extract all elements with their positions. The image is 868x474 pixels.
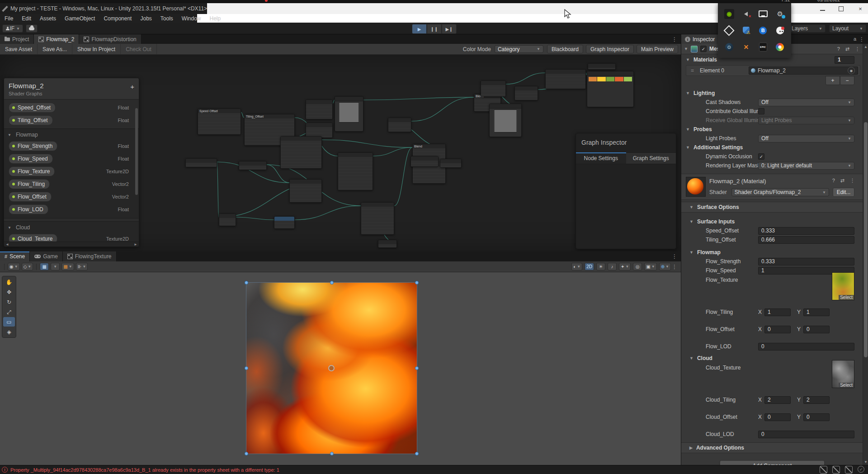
rect-tool-icon[interactable]: ▭ bbox=[3, 317, 15, 327]
epic-games-tray-icon[interactable]: EPIC bbox=[759, 43, 767, 52]
selection-handle[interactable] bbox=[245, 281, 248, 284]
discord-tray-icon[interactable] bbox=[776, 27, 784, 34]
menu-item-file[interactable]: File bbox=[5, 15, 13, 22]
inspector-scrollbar[interactable]: ▲ ▼ bbox=[863, 44, 868, 465]
help-icon[interactable]: ? bbox=[837, 46, 840, 52]
scene-canvas[interactable]: ✋ ✥ ↻ ⤢ ▭ ◈ bbox=[0, 272, 681, 465]
object-picker-icon[interactable]: ◉ bbox=[848, 67, 855, 74]
foldout-arrow-icon[interactable]: ▼ bbox=[8, 133, 11, 137]
speed-offset-field[interactable]: 0.333 bbox=[758, 227, 854, 235]
drag-handle-icon[interactable]: = bbox=[691, 67, 693, 74]
snap-grid-button[interactable]: ▩▼ bbox=[61, 263, 74, 270]
transform-tool-icon[interactable]: ◈ bbox=[3, 327, 15, 337]
cloud-texture-thumbnail[interactable]: Select bbox=[832, 360, 854, 388]
flow-offset-y-field[interactable]: 0 bbox=[803, 326, 830, 333]
graph-node[interactable] bbox=[587, 71, 634, 107]
camera-view-button[interactable]: ◐▼ bbox=[571, 263, 582, 270]
cloud-lod-field[interactable]: 0 bbox=[758, 431, 854, 438]
component-camera-button[interactable]: ▣▼ bbox=[644, 263, 656, 270]
graph-inspector-toggle[interactable]: Graph Inspector bbox=[586, 45, 634, 53]
account-button[interactable]: IF ▼ bbox=[2, 24, 23, 33]
graph-node[interactable] bbox=[378, 240, 397, 248]
mute-debug-icon[interactable] bbox=[820, 466, 827, 474]
blackboard-scrollbar[interactable] bbox=[135, 108, 138, 195]
cloud-tiling-y-field[interactable]: 2 bbox=[803, 396, 830, 404]
graph-node[interactable] bbox=[280, 136, 322, 169]
graph-node[interactable] bbox=[514, 86, 538, 100]
collapse-toggle-icon[interactable]: ✓ bbox=[858, 466, 864, 473]
menu-item-tools[interactable]: Tools bbox=[160, 15, 173, 22]
save-asset-button[interactable]: Save Asset bbox=[0, 44, 38, 54]
flow-tiling-x-field[interactable]: 1 bbox=[764, 308, 791, 316]
cloud-offset-x-field[interactable]: 0 bbox=[764, 413, 791, 421]
graph-node[interactable] bbox=[239, 161, 267, 170]
property-pill-flow_speed[interactable]: Flow_Speed bbox=[9, 154, 53, 164]
tab-inspector[interactable]: i Inspector bbox=[681, 34, 720, 44]
visibility-toggle-button[interactable]: ◎ bbox=[633, 263, 642, 270]
lighting-toggle-button[interactable]: ☀ bbox=[596, 263, 605, 270]
graph-node[interactable] bbox=[361, 202, 394, 235]
cloud-button[interactable] bbox=[26, 24, 38, 33]
2d-toggle-button[interactable]: 2D bbox=[585, 263, 594, 270]
help-icon[interactable]: ? bbox=[832, 178, 835, 184]
tab-flowmap_2[interactable]: Flowmap_2 bbox=[34, 34, 79, 44]
lock-icon[interactable]: a bbox=[854, 36, 856, 42]
save-as--button[interactable]: Save As... bbox=[38, 44, 72, 54]
light-probes-dropdown[interactable]: Off▼ bbox=[758, 135, 854, 142]
pause-button[interactable]: ❙❙ bbox=[427, 24, 442, 34]
nvidia-tray-icon[interactable]: ◉ bbox=[724, 9, 734, 19]
kebab-menu-icon[interactable]: ⋮ bbox=[672, 264, 677, 270]
flowmap-foldout[interactable]: ▼Flowmap bbox=[685, 248, 863, 257]
graph-node[interactable] bbox=[489, 104, 522, 137]
orange-x-tray-icon[interactable]: ✕ bbox=[741, 42, 751, 52]
property-pill-flow_strength[interactable]: Flow_Strength bbox=[9, 141, 57, 151]
display-tray-icon[interactable] bbox=[759, 10, 768, 17]
tab-flowmapdistortion[interactable]: FlowmapDistortion bbox=[79, 34, 141, 44]
menu-item-component[interactable]: Component bbox=[104, 15, 132, 22]
audio-toggle-button[interactable]: ♪ bbox=[608, 263, 617, 270]
advanced-options-foldout[interactable]: ▶Advanced Options bbox=[681, 442, 863, 453]
property-pill-flow_offset[interactable]: Flow_Offset bbox=[9, 192, 52, 202]
rotate-tool-icon[interactable]: ↻ bbox=[3, 297, 15, 307]
presets-icon[interactable]: ⇄ bbox=[845, 46, 849, 52]
tab-graph-settings[interactable]: Graph Settings bbox=[626, 153, 676, 164]
layers-dropdown[interactable]: Layers ▼ bbox=[788, 24, 826, 33]
pivot-gizmo[interactable] bbox=[328, 365, 335, 371]
kebab-menu-icon[interactable]: ⋮ bbox=[672, 253, 677, 260]
property-pill-flow_texture[interactable]: Flow_Texture bbox=[9, 166, 55, 176]
mute-warnings-icon[interactable] bbox=[832, 466, 840, 474]
menu-item-gameobject[interactable]: GameObject bbox=[65, 15, 95, 22]
graph-node[interactable] bbox=[440, 159, 462, 168]
layout-dropdown[interactable]: Layout ▼ bbox=[829, 24, 866, 33]
blackboard-hscrollbar[interactable]: ◄► bbox=[4, 242, 139, 246]
cast-shadows-dropdown[interactable]: Off▼ bbox=[758, 99, 854, 106]
foldout-arrow-icon[interactable]: ▼ bbox=[8, 226, 11, 230]
graph-node[interactable] bbox=[410, 156, 439, 167]
shading-mode-button[interactable]: ◇▼ bbox=[22, 263, 33, 270]
property-pill-tiling_offset[interactable]: Tiling_Offset bbox=[9, 115, 53, 125]
lighting-foldout[interactable]: ▼Lighting bbox=[681, 89, 863, 98]
snap-increment-button[interactable]: ⊪▼ bbox=[76, 263, 88, 270]
bluetooth-tray-icon[interactable]: B bbox=[759, 27, 767, 34]
play-button[interactable]: ▶ bbox=[412, 24, 427, 34]
kebab-menu-icon[interactable]: ⋮ bbox=[672, 36, 677, 43]
group-header[interactable]: ▼Flowmap bbox=[8, 131, 139, 138]
texture-select-button[interactable]: Select bbox=[839, 383, 854, 388]
graph-node[interactable] bbox=[481, 81, 506, 97]
dynamic-occlusion-checkbox[interactable]: ✓ bbox=[758, 153, 764, 160]
minimize-button[interactable] bbox=[820, 7, 825, 11]
add-element-button[interactable]: + bbox=[826, 76, 840, 85]
graph-node[interactable] bbox=[289, 179, 322, 203]
effects-toggle-button[interactable]: ✦▼ bbox=[619, 263, 631, 270]
graph-node[interactable] bbox=[219, 213, 236, 226]
tab-project[interactable]: Project bbox=[0, 34, 34, 44]
menu-item-window[interactable]: Window bbox=[182, 15, 201, 22]
graph-node[interactable] bbox=[306, 100, 333, 119]
step-button[interactable]: ▶❙ bbox=[442, 24, 457, 34]
steam-tray-icon[interactable]: ⊙ bbox=[725, 43, 733, 51]
rendering-layer-mask-dropdown[interactable]: 0: Light Layer default▼ bbox=[758, 162, 854, 170]
grid-options-button[interactable]: ▼ bbox=[51, 263, 60, 270]
selection-handle[interactable] bbox=[245, 366, 248, 370]
selection-handle[interactable] bbox=[415, 452, 419, 455]
gizmos-globe-button[interactable]: ⊕▼ bbox=[659, 263, 671, 270]
